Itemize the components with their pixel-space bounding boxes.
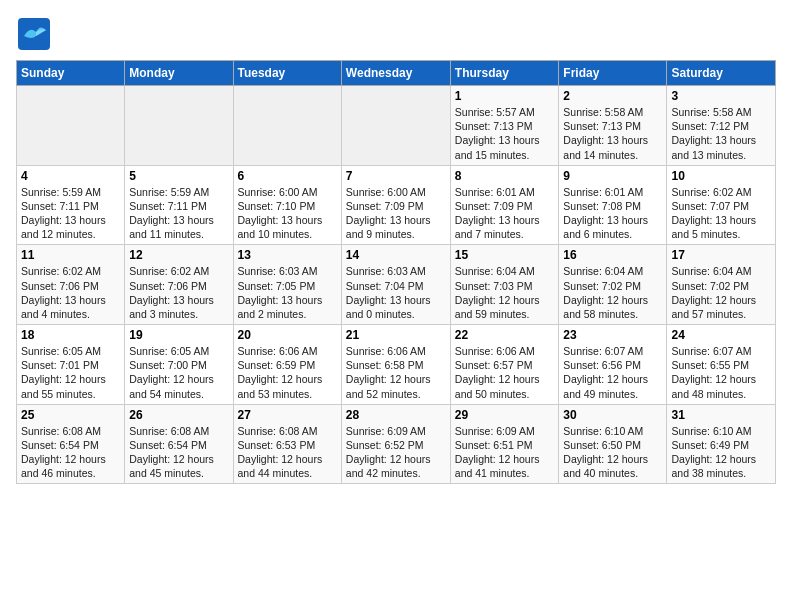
calendar-cell: 1Sunrise: 5:57 AM Sunset: 7:13 PM Daylig… — [450, 86, 559, 166]
weekday-header: Sunday — [17, 61, 125, 86]
calendar-cell: 22Sunrise: 6:06 AM Sunset: 6:57 PM Dayli… — [450, 325, 559, 405]
calendar-row: 25Sunrise: 6:08 AM Sunset: 6:54 PM Dayli… — [17, 404, 776, 484]
calendar-cell: 5Sunrise: 5:59 AM Sunset: 7:11 PM Daylig… — [125, 165, 233, 245]
weekday-header: Saturday — [667, 61, 776, 86]
day-number: 21 — [346, 328, 446, 342]
calendar-cell: 14Sunrise: 6:03 AM Sunset: 7:04 PM Dayli… — [341, 245, 450, 325]
day-number: 27 — [238, 408, 337, 422]
day-info: Sunrise: 6:08 AM Sunset: 6:54 PM Dayligh… — [21, 424, 120, 481]
calendar-row: 18Sunrise: 6:05 AM Sunset: 7:01 PM Dayli… — [17, 325, 776, 405]
calendar-row: 11Sunrise: 6:02 AM Sunset: 7:06 PM Dayli… — [17, 245, 776, 325]
calendar-cell: 17Sunrise: 6:04 AM Sunset: 7:02 PM Dayli… — [667, 245, 776, 325]
day-number: 25 — [21, 408, 120, 422]
day-number: 4 — [21, 169, 120, 183]
weekday-header: Thursday — [450, 61, 559, 86]
day-number: 23 — [563, 328, 662, 342]
calendar-cell: 6Sunrise: 6:00 AM Sunset: 7:10 PM Daylig… — [233, 165, 341, 245]
day-info: Sunrise: 6:03 AM Sunset: 7:04 PM Dayligh… — [346, 264, 446, 321]
calendar-cell: 2Sunrise: 5:58 AM Sunset: 7:13 PM Daylig… — [559, 86, 667, 166]
day-number: 28 — [346, 408, 446, 422]
calendar-cell: 3Sunrise: 5:58 AM Sunset: 7:12 PM Daylig… — [667, 86, 776, 166]
day-number: 31 — [671, 408, 771, 422]
day-info: Sunrise: 5:57 AM Sunset: 7:13 PM Dayligh… — [455, 105, 555, 162]
calendar-header: SundayMondayTuesdayWednesdayThursdayFrid… — [17, 61, 776, 86]
day-info: Sunrise: 5:58 AM Sunset: 7:13 PM Dayligh… — [563, 105, 662, 162]
day-number: 7 — [346, 169, 446, 183]
day-info: Sunrise: 6:10 AM Sunset: 6:49 PM Dayligh… — [671, 424, 771, 481]
calendar-cell: 24Sunrise: 6:07 AM Sunset: 6:55 PM Dayli… — [667, 325, 776, 405]
day-info: Sunrise: 6:09 AM Sunset: 6:52 PM Dayligh… — [346, 424, 446, 481]
weekday-header: Monday — [125, 61, 233, 86]
calendar-cell: 18Sunrise: 6:05 AM Sunset: 7:01 PM Dayli… — [17, 325, 125, 405]
day-number: 9 — [563, 169, 662, 183]
day-info: Sunrise: 6:04 AM Sunset: 7:03 PM Dayligh… — [455, 264, 555, 321]
day-info: Sunrise: 6:04 AM Sunset: 7:02 PM Dayligh… — [563, 264, 662, 321]
day-info: Sunrise: 6:07 AM Sunset: 6:55 PM Dayligh… — [671, 344, 771, 401]
day-info: Sunrise: 6:10 AM Sunset: 6:50 PM Dayligh… — [563, 424, 662, 481]
day-info: Sunrise: 6:04 AM Sunset: 7:02 PM Dayligh… — [671, 264, 771, 321]
day-info: Sunrise: 6:05 AM Sunset: 7:01 PM Dayligh… — [21, 344, 120, 401]
calendar-cell: 19Sunrise: 6:05 AM Sunset: 7:00 PM Dayli… — [125, 325, 233, 405]
day-number: 14 — [346, 248, 446, 262]
calendar-cell — [233, 86, 341, 166]
calendar-cell — [341, 86, 450, 166]
day-info: Sunrise: 5:58 AM Sunset: 7:12 PM Dayligh… — [671, 105, 771, 162]
day-info: Sunrise: 6:02 AM Sunset: 7:06 PM Dayligh… — [129, 264, 228, 321]
calendar-cell: 26Sunrise: 6:08 AM Sunset: 6:54 PM Dayli… — [125, 404, 233, 484]
calendar-cell: 25Sunrise: 6:08 AM Sunset: 6:54 PM Dayli… — [17, 404, 125, 484]
day-number: 8 — [455, 169, 555, 183]
day-number: 2 — [563, 89, 662, 103]
day-info: Sunrise: 6:06 AM Sunset: 6:58 PM Dayligh… — [346, 344, 446, 401]
day-number: 16 — [563, 248, 662, 262]
calendar-cell: 8Sunrise: 6:01 AM Sunset: 7:09 PM Daylig… — [450, 165, 559, 245]
day-number: 3 — [671, 89, 771, 103]
calendar-cell: 7Sunrise: 6:00 AM Sunset: 7:09 PM Daylig… — [341, 165, 450, 245]
calendar-cell: 28Sunrise: 6:09 AM Sunset: 6:52 PM Dayli… — [341, 404, 450, 484]
calendar-cell: 11Sunrise: 6:02 AM Sunset: 7:06 PM Dayli… — [17, 245, 125, 325]
day-info: Sunrise: 6:07 AM Sunset: 6:56 PM Dayligh… — [563, 344, 662, 401]
day-info: Sunrise: 6:06 AM Sunset: 6:57 PM Dayligh… — [455, 344, 555, 401]
day-number: 29 — [455, 408, 555, 422]
calendar-cell: 29Sunrise: 6:09 AM Sunset: 6:51 PM Dayli… — [450, 404, 559, 484]
calendar-cell: 9Sunrise: 6:01 AM Sunset: 7:08 PM Daylig… — [559, 165, 667, 245]
calendar-cell: 30Sunrise: 6:10 AM Sunset: 6:50 PM Dayli… — [559, 404, 667, 484]
day-info: Sunrise: 6:08 AM Sunset: 6:54 PM Dayligh… — [129, 424, 228, 481]
weekday-row: SundayMondayTuesdayWednesdayThursdayFrid… — [17, 61, 776, 86]
calendar-cell: 20Sunrise: 6:06 AM Sunset: 6:59 PM Dayli… — [233, 325, 341, 405]
day-number: 20 — [238, 328, 337, 342]
day-number: 1 — [455, 89, 555, 103]
weekday-header: Wednesday — [341, 61, 450, 86]
day-info: Sunrise: 6:02 AM Sunset: 7:07 PM Dayligh… — [671, 185, 771, 242]
calendar-cell — [125, 86, 233, 166]
calendar-cell: 27Sunrise: 6:08 AM Sunset: 6:53 PM Dayli… — [233, 404, 341, 484]
day-number: 22 — [455, 328, 555, 342]
day-info: Sunrise: 6:00 AM Sunset: 7:09 PM Dayligh… — [346, 185, 446, 242]
day-number: 13 — [238, 248, 337, 262]
weekday-header: Tuesday — [233, 61, 341, 86]
logo — [16, 16, 56, 52]
calendar-cell: 15Sunrise: 6:04 AM Sunset: 7:03 PM Dayli… — [450, 245, 559, 325]
day-number: 10 — [671, 169, 771, 183]
day-info: Sunrise: 6:01 AM Sunset: 7:09 PM Dayligh… — [455, 185, 555, 242]
calendar-cell: 12Sunrise: 6:02 AM Sunset: 7:06 PM Dayli… — [125, 245, 233, 325]
calendar-body: 1Sunrise: 5:57 AM Sunset: 7:13 PM Daylig… — [17, 86, 776, 484]
day-info: Sunrise: 6:01 AM Sunset: 7:08 PM Dayligh… — [563, 185, 662, 242]
calendar-table: SundayMondayTuesdayWednesdayThursdayFrid… — [16, 60, 776, 484]
day-number: 19 — [129, 328, 228, 342]
calendar-row: 1Sunrise: 5:57 AM Sunset: 7:13 PM Daylig… — [17, 86, 776, 166]
day-info: Sunrise: 6:06 AM Sunset: 6:59 PM Dayligh… — [238, 344, 337, 401]
calendar-cell: 21Sunrise: 6:06 AM Sunset: 6:58 PM Dayli… — [341, 325, 450, 405]
day-info: Sunrise: 6:02 AM Sunset: 7:06 PM Dayligh… — [21, 264, 120, 321]
day-number: 17 — [671, 248, 771, 262]
day-info: Sunrise: 6:03 AM Sunset: 7:05 PM Dayligh… — [238, 264, 337, 321]
calendar-cell — [17, 86, 125, 166]
calendar-cell: 13Sunrise: 6:03 AM Sunset: 7:05 PM Dayli… — [233, 245, 341, 325]
day-info: Sunrise: 6:08 AM Sunset: 6:53 PM Dayligh… — [238, 424, 337, 481]
page-header — [16, 16, 776, 52]
day-number: 26 — [129, 408, 228, 422]
day-number: 15 — [455, 248, 555, 262]
calendar-cell: 4Sunrise: 5:59 AM Sunset: 7:11 PM Daylig… — [17, 165, 125, 245]
day-number: 30 — [563, 408, 662, 422]
weekday-header: Friday — [559, 61, 667, 86]
calendar-cell: 23Sunrise: 6:07 AM Sunset: 6:56 PM Dayli… — [559, 325, 667, 405]
